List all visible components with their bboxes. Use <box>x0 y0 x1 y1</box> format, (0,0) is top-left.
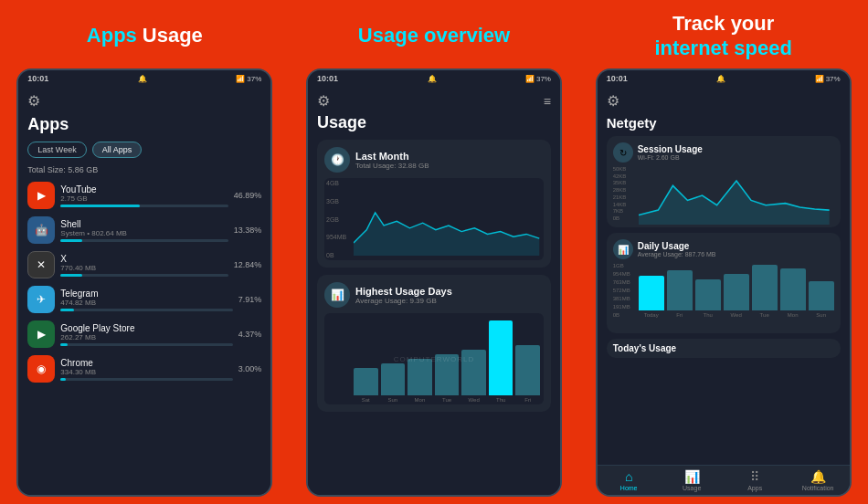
app-content-1: ⚙ Apps Last Week All Apps Total Size: 5.… <box>18 87 270 495</box>
app-item: ✕ X 770.40 MB 12.84% <box>27 251 261 278</box>
line-chart: 4GB 3GB 2GB 954MB 0B <box>324 178 544 260</box>
session-usage-header: ↻ Session Usage Wi-Fi: 2.60 GB <box>613 142 834 163</box>
app-bar-fill <box>60 309 74 311</box>
panel2-header: Usage overview <box>290 0 579 68</box>
highest-usage-header: 📊 Highest Usage Days Average Usage: 9.39… <box>324 282 544 308</box>
todays-usage-title: Today's Usage <box>613 343 834 353</box>
daily-bar-tue: Tue <box>752 265 778 318</box>
phone-mockup-2: 10:01 🔔 📶 37% ⚙ ≡ Usage 🕐 Last Month Tot… <box>306 68 562 497</box>
highest-usage-card: 📊 Highest Usage Days Average Usage: 9.39… <box>317 275 551 412</box>
settings-icon-1[interactable]: ⚙ <box>27 93 40 109</box>
app-name: Netgety <box>607 115 841 131</box>
nav-item-home[interactable]: ⌂ Home <box>598 469 661 491</box>
usage-nav-icon: 📊 <box>684 469 700 484</box>
card1-title: Last Month <box>355 151 429 162</box>
home-nav-icon: ⌂ <box>625 469 632 484</box>
panel1-header: AppsUsage <box>0 0 290 68</box>
bar-label-thu: Thu <box>496 397 505 404</box>
bar-label-sun: Sun <box>388 397 398 404</box>
app-bar-fill <box>60 205 139 207</box>
settings-icon-2[interactable]: ⚙ <box>317 92 330 110</box>
panel2-header-text: Usage overview <box>358 24 510 47</box>
session-chart: 50KB 42KB 35KB 28KB 21KB 14KB 7KB 0B <box>613 166 834 221</box>
status-icons-3: 📶 37% <box>815 75 841 83</box>
app-percentage: 46.89% <box>234 191 262 200</box>
panel1-header-accent: Apps <box>87 24 137 47</box>
app-bar-fill <box>60 274 82 277</box>
daily-bar-mon: Mon <box>780 268 806 318</box>
bar-col-fri: Fri <box>515 345 540 404</box>
session-chart-svg <box>639 166 834 225</box>
app-size: 474.82 MB <box>60 299 232 307</box>
phone-mockup-1: 10:01 🔔 📶 37% ⚙ Apps Last Week All Apps … <box>16 68 272 497</box>
session-icon: ↻ <box>613 142 633 163</box>
app-size: 2.75 GB <box>60 194 228 203</box>
daily-bar-fri: Fri <box>667 270 693 318</box>
app-item: ◉ Chrome 334.30 MB 3.00% <box>27 355 261 383</box>
daily-title: Daily Usage <box>638 241 716 251</box>
bar-col-sun: Sun <box>381 363 406 404</box>
app-list: ▶ YouTube 2.75 GB 46.89% 🤖 Shell System … <box>27 182 261 383</box>
svg-marker-0 <box>354 213 539 256</box>
app-size: 334.30 MB <box>60 368 232 376</box>
app-info: Telegram 474.82 MB <box>60 289 232 311</box>
status-bar-1: 10:01 🔔 📶 37% <box>18 70 270 87</box>
filter-btn-lastweek[interactable]: Last Week <box>27 142 86 158</box>
nav-item-apps[interactable]: ⠿ Apps <box>724 469 787 491</box>
app-icon: ✈ <box>27 286 55 313</box>
app-icon: ✕ <box>27 251 55 278</box>
app-percentage: 3.00% <box>238 364 262 373</box>
nav-item-usage[interactable]: 📊 Usage <box>661 469 724 491</box>
session-sub: Wi-Fi: 2.60 GB <box>638 154 703 161</box>
bar-col-sat: Sat <box>354 368 378 404</box>
app-bar-wrap <box>60 309 232 311</box>
panel-internet-speed: Track your internet speed 10:01 🔔 📶 37% … <box>578 0 868 504</box>
app-percentage: 4.37% <box>238 330 262 339</box>
todays-usage-card: Today's Usage <box>607 339 841 358</box>
panel1-header-rest: Usage <box>143 24 203 47</box>
panel3-header-line1: Track your <box>654 12 791 36</box>
total-size-label: Total Size: 5.86 GB <box>27 165 261 174</box>
app-percentage: 12.84% <box>234 260 262 269</box>
usage-nav-label: Usage <box>683 485 701 491</box>
app-percentage: 7.91% <box>238 295 262 304</box>
status-time-3: 10:01 <box>607 74 628 83</box>
home-nav-label: Home <box>620 485 638 491</box>
app-icon: ▶ <box>27 320 55 348</box>
card1-sub: Total Usage: 32.88 GB <box>355 162 429 170</box>
app-name-label: YouTube <box>60 184 228 194</box>
status-notification-icon: 🔔 <box>138 75 147 83</box>
card2-title: Highest Usage Days <box>355 286 452 297</box>
filter-row: Last Week All Apps <box>27 142 261 158</box>
filter-icon[interactable]: ≡ <box>544 94 551 109</box>
app-item: ▶ YouTube 2.75 GB 46.89% <box>27 182 261 209</box>
app-bar-wrap <box>60 378 232 381</box>
bar-label-mon: Mon <box>415 397 426 404</box>
app-bar-fill <box>60 239 82 242</box>
y-labels-line: 4GB 3GB 2GB 954MB 0B <box>324 178 354 260</box>
bar-rect-sun <box>381 363 406 395</box>
svg-marker-1 <box>639 181 830 225</box>
bar-label-tue: Tue <box>442 397 451 404</box>
bar-col-thu: Thu <box>489 320 513 404</box>
bar-rect-sat <box>354 368 378 395</box>
session-usage-card: ↻ Session Usage Wi-Fi: 2.60 GB 50KB 42KB… <box>607 136 841 227</box>
panel-apps-usage: AppsUsage 10:01 🔔 📶 37% ⚙ Apps Last Week… <box>0 0 290 504</box>
settings-icon-3[interactable]: ⚙ <box>607 93 619 109</box>
app-name-label: Google Play Store <box>60 323 232 333</box>
app-info: X 770.40 MB <box>60 254 228 277</box>
app-name-label: Chrome <box>60 358 232 368</box>
app-size: System • 802.64 MB <box>60 229 228 237</box>
nav-item-notification[interactable]: 🔔 Notification <box>787 469 850 491</box>
app-bar-wrap <box>60 205 228 207</box>
status-icons-2: 📶 37% <box>525 75 551 83</box>
status-time-1: 10:01 <box>27 74 48 83</box>
bar-label-fri: Fri <box>524 397 531 404</box>
daily-bar-thu: Thu <box>695 279 721 318</box>
page-title-2: Usage <box>317 113 551 132</box>
app-info: Google Play Store 262.27 MB <box>60 323 232 346</box>
daily-usage-header: 📊 Daily Usage Average Usage: 887.76 MB <box>613 239 834 259</box>
filter-btn-allapps[interactable]: All Apps <box>92 142 143 158</box>
app-bar-wrap <box>60 343 232 346</box>
daily-bar-wed: Wed <box>724 274 749 318</box>
